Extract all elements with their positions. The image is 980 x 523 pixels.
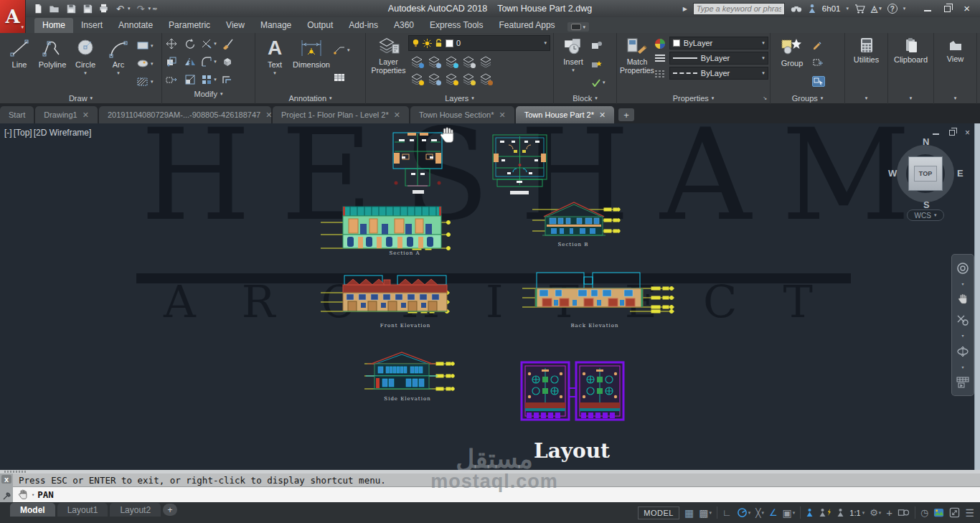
isometric-drafting-icon[interactable]: ╳▾ bbox=[755, 508, 764, 518]
viewcube-south[interactable]: S bbox=[923, 199, 930, 210]
ribbon-tab-output[interactable]: Output bbox=[299, 18, 341, 33]
viewcube-west[interactable]: W bbox=[888, 168, 897, 179]
close-tab-icon[interactable]: ✕ bbox=[394, 110, 400, 120]
dimension-button[interactable]: Dimension bbox=[291, 35, 331, 93]
ribbon-tab-manage[interactable]: Manage bbox=[253, 18, 299, 33]
create-block-icon[interactable] bbox=[591, 41, 603, 50]
user-icon[interactable] bbox=[808, 4, 816, 14]
line-button[interactable]: Line bbox=[3, 35, 36, 93]
layout-tab-layout2[interactable]: Layout2 bbox=[110, 503, 161, 517]
object-snap-tracking-icon[interactable]: ∠ bbox=[769, 508, 778, 518]
command-line-grip[interactable] bbox=[0, 470, 980, 473]
panel-utilities[interactable]: Utilities ▾ bbox=[845, 33, 888, 104]
linetype-icon[interactable] bbox=[654, 69, 666, 79]
minimize-button[interactable] bbox=[924, 6, 931, 11]
file-tab-20191104[interactable]: 20191104080729AM-...-908805-426188747✕ bbox=[99, 106, 271, 123]
layout-tab-layout1[interactable]: Layout1 bbox=[57, 503, 108, 517]
erase-icon[interactable] bbox=[222, 38, 234, 50]
qat-customize-icon[interactable]: ≂ bbox=[152, 5, 158, 12]
layer-off-icon[interactable] bbox=[410, 73, 423, 85]
panel-label-draw[interactable]: Draw▾ bbox=[0, 93, 161, 104]
panel-label-layers[interactable]: Layers▾ bbox=[366, 93, 553, 104]
layer-isolate-icon[interactable] bbox=[410, 56, 423, 67]
text-button[interactable]: A Text▾ bbox=[258, 35, 291, 93]
graphics-performance-icon[interactable] bbox=[933, 507, 944, 518]
new-layout-button[interactable]: + bbox=[163, 504, 177, 516]
file-tab-drawing1[interactable]: Drawing1✕ bbox=[35, 106, 98, 123]
linetype-dropdown[interactable]: ByLayer▾ bbox=[669, 67, 768, 80]
ribbon-tab-parametric[interactable]: Parametric bbox=[161, 18, 218, 33]
ellipse-icon[interactable] bbox=[136, 59, 149, 68]
undo-icon[interactable]: ↶ bbox=[114, 3, 126, 14]
command-customize-icon[interactable] bbox=[2, 491, 11, 501]
viewcube-east[interactable]: E bbox=[957, 168, 963, 179]
match-properties-button[interactable]: Match Properties bbox=[620, 35, 654, 93]
close-tab-icon[interactable]: ✕ bbox=[83, 110, 89, 120]
username[interactable]: 6h01 bbox=[822, 4, 841, 13]
color-wheel-icon[interactable] bbox=[654, 38, 666, 50]
command-input-line[interactable]: ▾ PAN bbox=[13, 487, 980, 502]
doc-restore-button[interactable] bbox=[949, 130, 955, 136]
layer-states-icon[interactable] bbox=[479, 56, 492, 67]
layer-properties-button[interactable]: Layer Properties bbox=[369, 35, 408, 93]
object-color-dropdown[interactable]: ByLayer▾ bbox=[669, 37, 768, 50]
properties-launcher-icon[interactable]: ↘ bbox=[763, 95, 767, 101]
ribbon-tab-express-tools[interactable]: Express Tools bbox=[422, 18, 491, 33]
snap-toggle-icon[interactable]: ▩▾ bbox=[699, 508, 712, 518]
ribbon-display-toggle[interactable]: ▾ bbox=[567, 22, 590, 32]
workspace-switching-icon[interactable]: ⚙▾ bbox=[870, 508, 881, 518]
close-tab-icon[interactable]: ✕ bbox=[265, 110, 272, 120]
stretch-icon[interactable] bbox=[166, 74, 177, 85]
polyline-button[interactable]: Polyline bbox=[36, 35, 69, 93]
doc-close-button[interactable]: × bbox=[965, 128, 970, 138]
user-dropdown-icon[interactable]: ▾ bbox=[846, 6, 849, 11]
layer-freeze-icon[interactable] bbox=[445, 56, 458, 67]
search-toggle-icon[interactable]: ▶ bbox=[683, 6, 687, 12]
file-tab-project1[interactable]: Project 1- Floor Plan - Level 2*✕ bbox=[273, 106, 409, 123]
copy-icon[interactable] bbox=[166, 56, 177, 67]
layer-dropdown[interactable]: 0 ▾ bbox=[408, 35, 550, 51]
panel-label-properties[interactable]: Properties▾↘ bbox=[617, 93, 770, 104]
redo-icon[interactable]: ↷ bbox=[135, 3, 147, 14]
viewport-view-control[interactable]: [Top] bbox=[14, 128, 32, 138]
isolate-objects-icon[interactable] bbox=[897, 507, 910, 518]
layer-delete-icon[interactable] bbox=[479, 73, 492, 85]
move-icon[interactable] bbox=[166, 38, 177, 50]
ribbon-tab-addins[interactable]: Add-ins bbox=[341, 18, 386, 33]
file-tab-town-house-part2[interactable]: Town House Part 2*✕ bbox=[516, 106, 614, 123]
zoom-extents-icon[interactable] bbox=[956, 314, 969, 326]
fillet-icon[interactable] bbox=[201, 56, 212, 67]
table-icon[interactable] bbox=[333, 72, 346, 83]
group-selection-toggle-icon[interactable] bbox=[814, 77, 824, 85]
trim-icon[interactable] bbox=[201, 38, 212, 50]
save-as-icon[interactable] bbox=[81, 3, 93, 14]
layer-thaw-all-icon[interactable] bbox=[445, 73, 458, 85]
viewcube[interactable]: N W E S TOP WCS▾ bbox=[891, 141, 960, 227]
group-button[interactable]: Group bbox=[773, 35, 811, 93]
annotation-scale-value[interactable]: 1:1▾ bbox=[849, 509, 864, 517]
canvas-scrollbar[interactable] bbox=[974, 123, 980, 470]
restore-button[interactable] bbox=[944, 6, 951, 12]
navigation-wheel-icon[interactable] bbox=[956, 262, 969, 275]
layer-lock-icon[interactable] bbox=[462, 56, 475, 67]
panel-label-block[interactable]: Block▾ bbox=[554, 93, 616, 104]
edit-attribute-icon[interactable] bbox=[591, 60, 603, 69]
command-options-icon[interactable]: ▾ bbox=[32, 492, 34, 498]
drawing-canvas[interactable]: HESHAM ARCHITECT [-] [Top] [2D Wireframe… bbox=[0, 123, 980, 470]
circle-button[interactable]: Circle▾ bbox=[69, 35, 102, 93]
ribbon-tab-home[interactable]: Home bbox=[34, 18, 73, 33]
panel-label-annotation[interactable]: Annotation▾ bbox=[255, 93, 365, 104]
redo-dropdown-icon[interactable]: ▾ bbox=[149, 6, 151, 11]
file-tab-town-house-section[interactable]: Town House Section*✕ bbox=[410, 106, 514, 123]
app-store-icon[interactable] bbox=[854, 4, 865, 14]
viewport-menu-control[interactable]: [-] bbox=[4, 128, 12, 138]
layer-unlock2-icon[interactable] bbox=[462, 73, 475, 85]
ortho-toggle-icon[interactable]: ∟ bbox=[722, 508, 732, 518]
ribbon-tab-insert[interactable]: Insert bbox=[73, 18, 110, 33]
command-close-icon[interactable]: x bbox=[1, 475, 11, 484]
mirror-icon[interactable] bbox=[184, 56, 196, 67]
lineweight-dropdown[interactable]: ByLayer▾ bbox=[669, 52, 768, 65]
attribute-sync-icon[interactable] bbox=[591, 78, 601, 87]
lineweight-icon[interactable] bbox=[654, 54, 666, 64]
new-file-icon[interactable] bbox=[32, 3, 44, 14]
